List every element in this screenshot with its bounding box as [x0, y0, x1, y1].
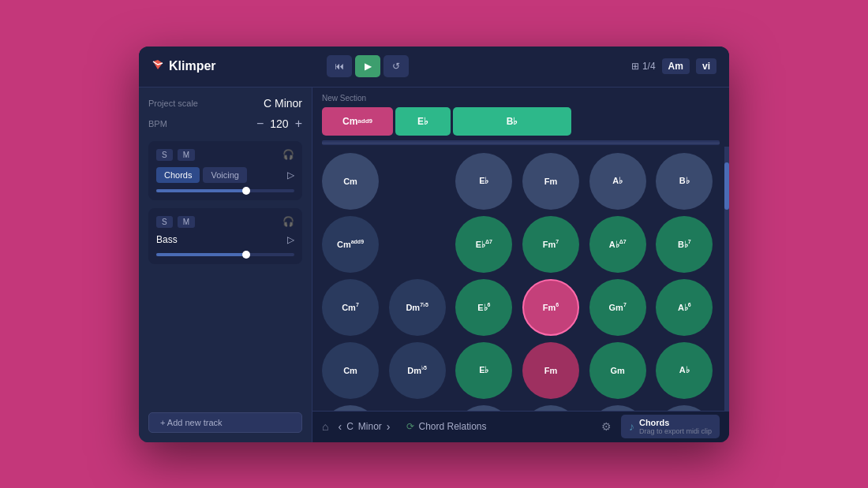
track1-slider[interactable] [156, 189, 294, 192]
track1-m-button[interactable]: M [178, 149, 195, 161]
nav-prev-button[interactable]: ‹ [338, 420, 342, 433]
track1-s-button[interactable]: S [156, 149, 173, 161]
chord-grid: Cm E♭ Fm A♭ B♭ [322, 153, 720, 411]
rewind-button[interactable]: ⏮ [327, 55, 352, 77]
chord-relations-label: Chord Relations [419, 421, 487, 432]
midi-text: Chords Drag to export midi clip [639, 418, 712, 435]
chord-g5[interactable]: G5 [589, 405, 646, 411]
chords-mode-button[interactable]: Chords [156, 167, 200, 183]
track1-headphones-icon[interactable]: 🎧 [282, 149, 294, 160]
app-name: Klimper [169, 59, 216, 73]
right-panel: New Section Cmadd9 E♭ B♭ Cm [312, 88, 729, 442]
chord-ab-triad[interactable]: A♭ [656, 342, 713, 399]
chord-gm-triad[interactable]: Gm [589, 342, 646, 399]
bpm-plus-button[interactable]: + [295, 117, 302, 130]
midi-export[interactable]: ♪ Chords Drag to export midi clip [621, 415, 720, 438]
track2-header: S M 🎧 [156, 216, 294, 228]
chord-dmb5[interactable]: Dm♭5 [389, 342, 446, 399]
sidebar: Project scale C Minor BPM − 120 + S M 🎧 [139, 88, 312, 442]
chord-relations[interactable]: ⟳ Chord Relations [406, 421, 487, 432]
section-header: New Section Cmadd9 E♭ B♭ [312, 88, 729, 147]
chord-cm-triad[interactable]: Cm [322, 342, 379, 399]
home-icon[interactable]: ⌂ [322, 420, 328, 433]
track2-slider[interactable] [156, 253, 294, 256]
bottom-bar: ⌂ ‹ C Minor › ⟳ Chord Relations ⚙ ♪ Chor… [312, 411, 729, 442]
track1-section: S M 🎧 Chords Voicing ▷ [148, 141, 302, 200]
track2-headphones-icon[interactable]: 🎧 [282, 216, 294, 227]
main-content: Project scale C Minor BPM − 120 + S M 🎧 [139, 88, 729, 442]
chord-bb7[interactable]: B♭7 [656, 216, 713, 273]
voicing-mode-button[interactable]: Voicing [203, 167, 246, 183]
scrollbar-thumb[interactable] [724, 162, 729, 210]
key-badge-am[interactable]: Am [662, 58, 690, 74]
scale-label: Project scale [148, 99, 198, 108]
track1-play-icon[interactable]: ▷ [287, 167, 294, 183]
bpm-row: BPM − 120 + [148, 117, 302, 130]
bottom-nav: ‹ C Minor › [338, 420, 390, 433]
grid-value: 1/4 [642, 61, 656, 72]
chord-eb5[interactable]: E♭5 [455, 405, 512, 411]
loop-button[interactable]: ↺ [383, 55, 409, 77]
chord-eb-delta7[interactable]: E♭Δ7 [455, 216, 512, 273]
bpm-label: BPM [148, 119, 167, 129]
scale-row: Project scale C Minor [148, 97, 302, 110]
scrollbar-track[interactable] [724, 147, 729, 411]
timeline-block-cm[interactable]: Cmadd9 [322, 107, 393, 136]
bpm-value: 120 [270, 117, 288, 130]
play-button[interactable]: ▶ [355, 55, 380, 77]
midi-icon: ♪ [629, 420, 634, 433]
settings-button[interactable]: ⚙ [601, 420, 612, 433]
chord-ab6[interactable]: A♭6 [656, 279, 713, 336]
timeline: Cmadd9 E♭ B♭ [322, 107, 720, 136]
app-window: Klimper ⏮ ▶ ↺ ⊞ 1/4 Am vi Project scale … [139, 47, 729, 442]
section-label: New Section [322, 94, 720, 102]
chord-empty-1 [389, 153, 446, 210]
chord-empty-5ths [389, 405, 446, 411]
chord-eb-triad[interactable]: E♭ [455, 342, 512, 399]
midi-label: Chords [639, 418, 712, 427]
header: Klimper ⏮ ▶ ↺ ⊞ 1/4 Am vi [139, 47, 729, 88]
track1-header: S M 🎧 [156, 149, 294, 161]
chord-bb-top[interactable]: B♭ [656, 153, 713, 210]
chord-cmadd9[interactable]: Cmadd9 [322, 216, 379, 273]
chord-ab5[interactable]: A♭5 [656, 405, 713, 411]
bass-label: Bass [156, 234, 178, 245]
nav-key: C [346, 421, 354, 432]
midi-sub: Drag to export midi clip [639, 427, 712, 435]
bass-play-icon[interactable]: ▷ [287, 234, 294, 245]
timeline-block-eb[interactable]: E♭ [395, 107, 451, 136]
chord-eb-top[interactable]: E♭ [455, 153, 512, 210]
chord-cm7[interactable]: Cm7 [322, 279, 379, 336]
chord-grid-container[interactable]: Cm E♭ Fm A♭ B♭ [312, 147, 729, 411]
timeline-block-bb[interactable]: B♭ [453, 107, 571, 136]
track1-mode-buttons: Chords Voicing ▷ [156, 167, 294, 183]
chord-fm-triad[interactable]: Fm [522, 342, 579, 399]
key-badge-vi[interactable]: vi [696, 58, 716, 74]
chord-cm-top[interactable]: Cm [322, 153, 379, 210]
chord-c5[interactable]: C5 [322, 405, 379, 411]
chord-relations-icon: ⟳ [406, 421, 414, 432]
chord-gm7[interactable]: Gm7 [589, 279, 646, 336]
chord-ab-delta7[interactable]: A♭Δ7 [589, 216, 646, 273]
chord-ab-top[interactable]: A♭ [589, 153, 646, 210]
bass-header: Bass ▷ [156, 234, 294, 245]
transport-controls: ⏮ ▶ ↺ [327, 55, 409, 77]
chord-fm-top[interactable]: Fm [522, 153, 579, 210]
track2-s-button[interactable]: S [156, 216, 173, 228]
bpm-minus-button[interactable]: − [256, 117, 264, 130]
nav-next-button[interactable]: › [387, 420, 391, 433]
chord-eb6[interactable]: E♭6 [455, 279, 512, 336]
bpm-controls: − 120 + [256, 117, 302, 130]
logo-icon [152, 58, 164, 75]
chord-dm7b5[interactable]: Dm7♭5 [389, 279, 446, 336]
logo: Klimper [152, 58, 216, 75]
nav-scale: Minor [358, 421, 382, 432]
chord-fm7[interactable]: Fm7 [522, 216, 579, 273]
track2-section: S M 🎧 Bass ▷ [148, 208, 302, 264]
scale-value: C Minor [264, 97, 302, 110]
chord-f5[interactable]: F5 [522, 405, 579, 411]
chord-fm6-selected[interactable]: Fm6 [522, 279, 579, 336]
header-right: ⊞ 1/4 Am vi [631, 58, 716, 74]
track2-m-button[interactable]: M [178, 216, 195, 228]
add-track-button[interactable]: + Add new track [148, 412, 302, 433]
